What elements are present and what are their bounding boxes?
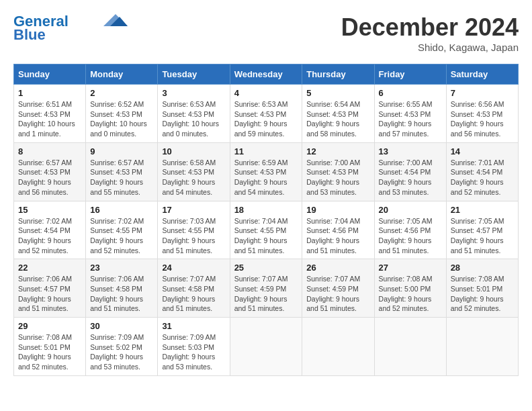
cell-info: Sunrise: 7:06 AMSunset: 4:58 PMDaylight:… bbox=[90, 275, 144, 312]
calendar-cell bbox=[302, 318, 374, 376]
cell-info: Sunrise: 6:52 AMSunset: 4:53 PMDaylight:… bbox=[90, 100, 147, 138]
day-number: 24 bbox=[162, 263, 225, 273]
calendar-cell: 27 Sunrise: 7:08 AMSunset: 5:00 PMDaylig… bbox=[374, 259, 446, 318]
weekday-header-thursday: Thursday bbox=[302, 64, 374, 85]
logo: General Blue bbox=[13, 13, 128, 43]
cell-info: Sunrise: 6:57 AMSunset: 4:53 PMDaylight:… bbox=[18, 158, 72, 196]
cell-info: Sunrise: 6:56 AMSunset: 4:53 PMDaylight:… bbox=[451, 100, 504, 138]
calendar-cell: 2 Sunrise: 6:52 AMSunset: 4:53 PMDayligh… bbox=[86, 85, 158, 143]
calendar-cell: 7 Sunrise: 6:56 AMSunset: 4:53 PMDayligh… bbox=[446, 85, 518, 143]
day-number: 6 bbox=[379, 88, 442, 98]
day-number: 8 bbox=[18, 146, 81, 156]
cell-info: Sunrise: 7:05 AMSunset: 4:56 PMDaylight:… bbox=[379, 217, 433, 255]
calendar-cell: 16 Sunrise: 7:02 AMSunset: 4:55 PMDaylig… bbox=[86, 201, 158, 259]
day-number: 18 bbox=[234, 205, 298, 215]
calendar-week-3: 15 Sunrise: 7:02 AMSunset: 4:54 PMDaylig… bbox=[14, 201, 519, 259]
cell-info: Sunrise: 6:55 AMSunset: 4:53 PMDaylight:… bbox=[379, 100, 433, 138]
day-number: 15 bbox=[18, 205, 81, 215]
calendar-cell: 20 Sunrise: 7:05 AMSunset: 4:56 PMDaylig… bbox=[374, 201, 446, 259]
calendar-week-4: 22 Sunrise: 7:06 AMSunset: 4:57 PMDaylig… bbox=[14, 259, 519, 318]
cell-info: Sunrise: 7:07 AMSunset: 4:59 PMDaylight:… bbox=[306, 275, 360, 312]
calendar-cell: 4 Sunrise: 6:53 AMSunset: 4:53 PMDayligh… bbox=[230, 85, 302, 143]
day-number: 19 bbox=[306, 205, 369, 215]
calendar-cell: 23 Sunrise: 7:06 AMSunset: 4:58 PMDaylig… bbox=[86, 259, 158, 318]
day-number: 10 bbox=[162, 146, 225, 156]
calendar-cell: 11 Sunrise: 6:59 AMSunset: 4:53 PMDaylig… bbox=[230, 142, 302, 201]
weekday-header-friday: Friday bbox=[374, 64, 446, 85]
cell-info: Sunrise: 7:04 AMSunset: 4:55 PMDaylight:… bbox=[234, 217, 288, 255]
day-number: 5 bbox=[306, 88, 369, 98]
day-number: 31 bbox=[162, 321, 225, 331]
cell-info: Sunrise: 7:01 AMSunset: 4:54 PMDaylight:… bbox=[451, 158, 504, 196]
cell-info: Sunrise: 6:59 AMSunset: 4:53 PMDaylight:… bbox=[234, 158, 288, 196]
day-number: 9 bbox=[90, 146, 153, 156]
day-number: 28 bbox=[451, 263, 514, 273]
cell-info: Sunrise: 7:05 AMSunset: 4:57 PMDaylight:… bbox=[451, 217, 504, 255]
cell-info: Sunrise: 7:08 AMSunset: 5:01 PMDaylight:… bbox=[451, 275, 504, 312]
cell-info: Sunrise: 6:53 AMSunset: 4:53 PMDaylight:… bbox=[162, 100, 219, 138]
calendar-cell: 30 Sunrise: 7:09 AMSunset: 5:02 PMDaylig… bbox=[86, 318, 158, 376]
calendar-cell: 8 Sunrise: 6:57 AMSunset: 4:53 PMDayligh… bbox=[14, 142, 86, 201]
day-number: 16 bbox=[90, 205, 153, 215]
day-number: 17 bbox=[162, 205, 225, 215]
calendar-cell: 9 Sunrise: 6:57 AMSunset: 4:53 PMDayligh… bbox=[86, 142, 158, 201]
calendar-cell: 18 Sunrise: 7:04 AMSunset: 4:55 PMDaylig… bbox=[230, 201, 302, 259]
calendar-cell: 3 Sunrise: 6:53 AMSunset: 4:53 PMDayligh… bbox=[158, 85, 230, 143]
cell-info: Sunrise: 6:53 AMSunset: 4:53 PMDaylight:… bbox=[234, 100, 288, 138]
day-number: 14 bbox=[451, 146, 514, 156]
calendar-cell: 6 Sunrise: 6:55 AMSunset: 4:53 PMDayligh… bbox=[374, 85, 446, 143]
day-number: 12 bbox=[306, 146, 369, 156]
weekday-header-row: SundayMondayTuesdayWednesdayThursdayFrid… bbox=[14, 64, 519, 85]
cell-info: Sunrise: 7:08 AMSunset: 5:01 PMDaylight:… bbox=[18, 333, 72, 371]
cell-info: Sunrise: 7:04 AMSunset: 4:56 PMDaylight:… bbox=[306, 217, 360, 255]
day-number: 3 bbox=[162, 88, 225, 98]
day-number: 26 bbox=[306, 263, 369, 273]
cell-info: Sunrise: 7:07 AMSunset: 4:59 PMDaylight:… bbox=[234, 275, 288, 312]
calendar-cell: 28 Sunrise: 7:08 AMSunset: 5:01 PMDaylig… bbox=[446, 259, 518, 318]
calendar-table: SundayMondayTuesdayWednesdayThursdayFrid… bbox=[13, 64, 519, 376]
day-number: 27 bbox=[379, 263, 442, 273]
day-number: 1 bbox=[18, 88, 81, 98]
weekday-header-sunday: Sunday bbox=[14, 64, 86, 85]
calendar-cell: 10 Sunrise: 6:58 AMSunset: 4:53 PMDaylig… bbox=[158, 142, 230, 201]
weekday-header-saturday: Saturday bbox=[446, 64, 518, 85]
cell-info: Sunrise: 6:51 AMSunset: 4:53 PMDaylight:… bbox=[18, 100, 75, 138]
cell-info: Sunrise: 7:06 AMSunset: 4:57 PMDaylight:… bbox=[18, 275, 72, 312]
calendar-week-1: 1 Sunrise: 6:51 AMSunset: 4:53 PMDayligh… bbox=[14, 85, 519, 143]
calendar-cell: 31 Sunrise: 7:09 AMSunset: 5:03 PMDaylig… bbox=[158, 318, 230, 376]
weekday-header-monday: Monday bbox=[86, 64, 158, 85]
weekday-header-wednesday: Wednesday bbox=[230, 64, 302, 85]
cell-info: Sunrise: 7:09 AMSunset: 5:03 PMDaylight:… bbox=[162, 333, 216, 371]
day-number: 13 bbox=[379, 146, 442, 156]
calendar-week-2: 8 Sunrise: 6:57 AMSunset: 4:53 PMDayligh… bbox=[14, 142, 519, 201]
calendar-cell: 5 Sunrise: 6:54 AMSunset: 4:53 PMDayligh… bbox=[302, 85, 374, 143]
calendar-cell: 29 Sunrise: 7:08 AMSunset: 5:01 PMDaylig… bbox=[14, 318, 86, 376]
calendar-cell: 26 Sunrise: 7:07 AMSunset: 4:59 PMDaylig… bbox=[302, 259, 374, 318]
cell-info: Sunrise: 7:02 AMSunset: 4:54 PMDaylight:… bbox=[18, 217, 72, 255]
month-title: December 2024 bbox=[341, 13, 519, 42]
day-number: 29 bbox=[18, 321, 81, 331]
calendar-cell: 12 Sunrise: 7:00 AMSunset: 4:53 PMDaylig… bbox=[302, 142, 374, 201]
calendar-cell: 17 Sunrise: 7:03 AMSunset: 4:55 PMDaylig… bbox=[158, 201, 230, 259]
day-number: 2 bbox=[90, 88, 153, 98]
day-number: 11 bbox=[234, 146, 298, 156]
cell-info: Sunrise: 7:07 AMSunset: 4:58 PMDaylight:… bbox=[162, 275, 216, 312]
day-number: 22 bbox=[18, 263, 81, 273]
calendar-cell: 24 Sunrise: 7:07 AMSunset: 4:58 PMDaylig… bbox=[158, 259, 230, 318]
calendar-cell: 15 Sunrise: 7:02 AMSunset: 4:54 PMDaylig… bbox=[14, 201, 86, 259]
calendar-cell: 25 Sunrise: 7:07 AMSunset: 4:59 PMDaylig… bbox=[230, 259, 302, 318]
cell-info: Sunrise: 6:54 AMSunset: 4:53 PMDaylight:… bbox=[306, 100, 360, 138]
cell-info: Sunrise: 7:08 AMSunset: 5:00 PMDaylight:… bbox=[379, 275, 433, 312]
cell-info: Sunrise: 7:02 AMSunset: 4:55 PMDaylight:… bbox=[90, 217, 144, 255]
calendar-cell: 1 Sunrise: 6:51 AMSunset: 4:53 PMDayligh… bbox=[14, 85, 86, 143]
cell-info: Sunrise: 7:09 AMSunset: 5:02 PMDaylight:… bbox=[90, 333, 144, 371]
day-number: 21 bbox=[451, 205, 514, 215]
cell-info: Sunrise: 7:00 AMSunset: 4:53 PMDaylight:… bbox=[306, 158, 360, 196]
logo-blue-text: Blue bbox=[13, 27, 46, 43]
weekday-header-tuesday: Tuesday bbox=[158, 64, 230, 85]
calendar-cell bbox=[230, 318, 302, 376]
calendar-cell: 13 Sunrise: 7:00 AMSunset: 4:54 PMDaylig… bbox=[374, 142, 446, 201]
day-number: 20 bbox=[379, 205, 442, 215]
cell-info: Sunrise: 7:03 AMSunset: 4:55 PMDaylight:… bbox=[162, 217, 216, 255]
day-number: 30 bbox=[90, 321, 153, 331]
